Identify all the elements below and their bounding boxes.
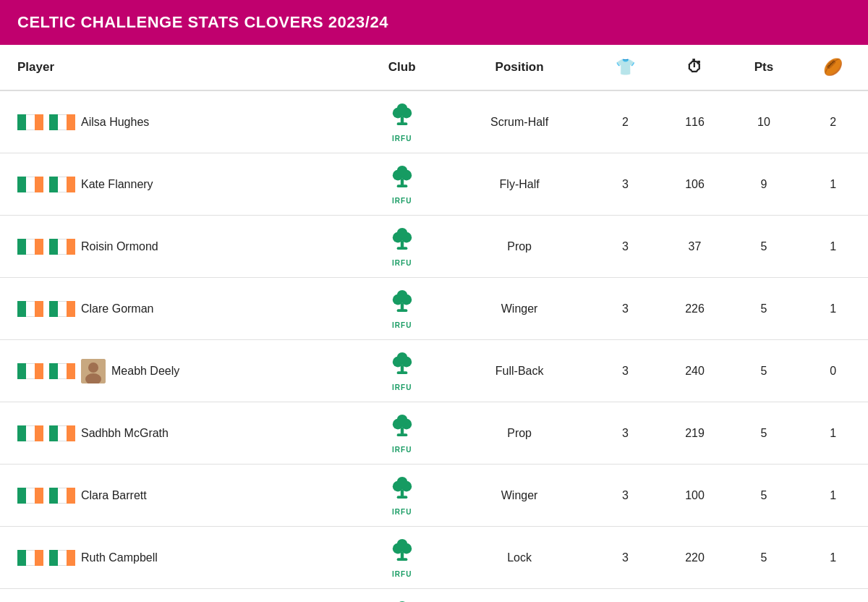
flag-white-stripe <box>26 550 35 566</box>
player-cell: Clare Gorman <box>0 278 356 340</box>
table-body: Ailsa Hughes IRFU Scrum-Half 2 116 10 2 <box>0 90 868 602</box>
svg-rect-4 <box>396 122 407 125</box>
flag-green-stripe <box>49 363 58 379</box>
svg-rect-14 <box>396 247 407 250</box>
svg-point-2 <box>396 103 407 114</box>
ireland-flag <box>17 488 43 504</box>
clock-cell: 226 <box>660 278 730 340</box>
svg-point-35 <box>396 477 407 488</box>
flag-white-stripe <box>58 301 67 317</box>
flag-green-stripe <box>49 114 58 130</box>
club-cell: IRFU <box>356 340 448 402</box>
col-header-player: Player <box>0 45 356 90</box>
flag-orange-stripe <box>35 301 43 317</box>
flag-green-stripe <box>49 301 58 317</box>
tries-cell: 0 <box>799 340 868 402</box>
pts-cell: 9 <box>729 153 798 216</box>
flag-white-stripe <box>58 550 67 566</box>
table-row: Kate Flannery IRFU Fly-Half 3 106 9 1 <box>0 153 868 216</box>
svg-point-17 <box>396 290 407 301</box>
svg-rect-42 <box>396 558 407 561</box>
irfu-club-logo: IRFU <box>365 475 440 516</box>
flag-white-stripe <box>26 239 35 255</box>
flag-green-stripe <box>49 177 58 192</box>
ireland-flag <box>17 177 43 192</box>
player-info: Kate Flannery <box>17 177 347 192</box>
flag-green-stripe <box>17 177 26 192</box>
flag-white-stripe <box>26 177 35 192</box>
shirts-cell: 2 <box>590 90 660 153</box>
flag-white-stripe <box>26 301 35 317</box>
flag-white-stripe <box>58 363 67 379</box>
ireland-flag <box>49 177 75 192</box>
clock-cell: 106 <box>660 153 730 216</box>
stats-table: Player Club Position 👕 ⏱ Pts 🏉 <box>0 45 868 602</box>
shirts-cell: 3 <box>590 589 660 603</box>
player-name: Sadhbh McGrath <box>81 427 169 440</box>
flag-orange-stripe <box>35 114 43 130</box>
table-row: Roisin Ormond IRFU Prop 3 37 5 1 <box>0 216 868 278</box>
svg-point-12 <box>396 228 407 239</box>
ireland-flag <box>49 239 75 255</box>
ireland-flag <box>17 550 43 566</box>
irfu-club-logo: IRFU <box>365 164 440 205</box>
flag-green-stripe <box>17 239 26 255</box>
flag-white-stripe <box>26 363 35 379</box>
svg-rect-19 <box>396 309 407 312</box>
player-name: Ruth Campbell <box>81 551 158 564</box>
tries-cell: 1 <box>799 216 868 278</box>
flag-orange-stripe <box>35 550 43 566</box>
player-info: Roisin Ormond <box>17 239 347 255</box>
shirts-cell: 3 <box>590 527 660 589</box>
ireland-flag <box>17 114 43 130</box>
player-name: Roisin Ormond <box>81 240 158 253</box>
flag-white-stripe <box>26 425 35 441</box>
flag-orange-stripe <box>67 301 75 317</box>
position-cell: Winger <box>448 465 590 527</box>
irfu-label: IRFU <box>392 135 412 143</box>
col-header-club: Club <box>356 45 448 90</box>
position-cell: Lock <box>448 527 590 589</box>
ireland-flag <box>17 239 43 255</box>
player-info: Clara Barrett <box>17 488 347 504</box>
flag-orange-stripe <box>67 363 75 379</box>
flag-white-stripe <box>26 488 35 504</box>
tries-cell: 1 <box>799 527 868 589</box>
club-cell: IRFU <box>356 527 448 589</box>
table-row: Beth Buttimer IRFU Hooker 3 225 5 1 <box>0 589 868 603</box>
club-cell: IRFU <box>356 465 448 527</box>
ireland-flag <box>49 425 75 441</box>
player-name: Clare Gorman <box>81 302 153 315</box>
flag-white-stripe <box>58 239 67 255</box>
player-info: Clare Gorman <box>17 301 347 317</box>
main-container: CELTIC CHALLENGE STATS CLOVERS 2023/24 P… <box>0 0 868 602</box>
irfu-club-logo: IRFU <box>365 226 440 267</box>
flag-orange-stripe <box>35 425 43 441</box>
clock-cell: 219 <box>660 402 730 465</box>
table-row: Meabh Deely IRFU Full-Back 3 240 5 0 <box>0 340 868 402</box>
flag-green-stripe <box>17 301 26 317</box>
shirt-icon: 👕 <box>616 58 635 76</box>
player-cell: Clara Barrett <box>0 465 356 527</box>
ireland-flag <box>17 363 43 379</box>
flag-green-stripe <box>49 550 58 566</box>
shirts-cell: 3 <box>590 216 660 278</box>
col-header-position: Position <box>448 45 590 90</box>
player-cell: Beth Buttimer <box>0 589 356 603</box>
flag-green-stripe <box>17 114 26 130</box>
player-info: Meabh Deely <box>17 359 347 383</box>
player-cell: Meabh Deely <box>0 340 356 402</box>
flag-white-stripe <box>58 488 67 504</box>
pts-cell: 5 <box>729 216 798 278</box>
tries-cell: 1 <box>799 589 868 603</box>
player-photo <box>81 359 106 383</box>
shirts-cell: 3 <box>590 278 660 340</box>
flag-green-stripe <box>17 488 26 504</box>
ireland-flag <box>49 550 75 566</box>
club-cell: IRFU <box>356 402 448 465</box>
svg-point-7 <box>396 166 407 177</box>
flag-green-stripe <box>17 425 26 441</box>
position-cell: Scrum-Half <box>448 90 590 153</box>
pts-cell: 5 <box>729 340 798 402</box>
table-row: Clare Gorman IRFU Winger 3 226 5 1 <box>0 278 868 340</box>
